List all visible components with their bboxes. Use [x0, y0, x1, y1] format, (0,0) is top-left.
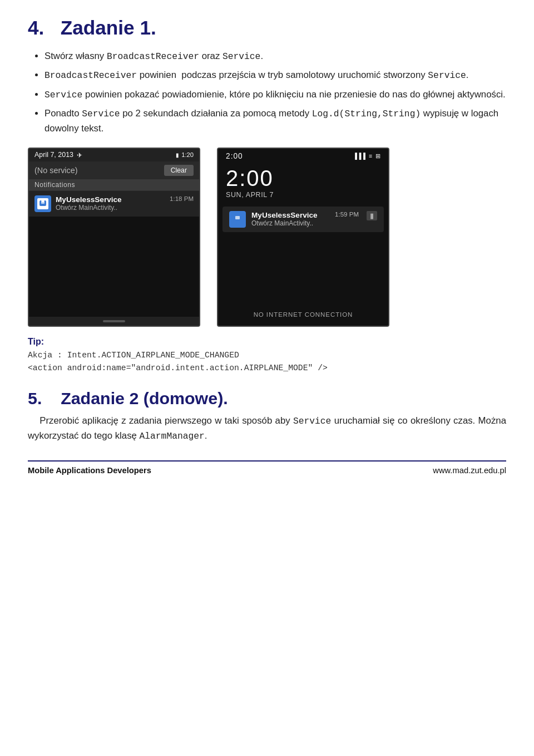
footer-left: Mobile Applications Developers [28, 466, 151, 475]
grid-icon: ⊞ [375, 153, 380, 159]
tip-code-block: Akcja : Intent.ACTION_AIRPLANE_MODE_CHAN… [28, 349, 506, 375]
android-icon-lock [232, 214, 243, 225]
list-item-3: Service powinien pokazać powiadomienie, … [44, 87, 506, 102]
svg-rect-3 [41, 201, 44, 204]
lock-notif-app-icon [229, 211, 246, 228]
status-date: April 7, 2013 ✈ [34, 151, 82, 159]
lock-status-bar: 2:00 ▐▐▐ ≡ ⊞ [218, 149, 388, 164]
no-service-bar: (No service) Clear [29, 161, 199, 179]
list-item-2: BroadcastReceiver powinien podczas przej… [44, 68, 506, 82]
section-number: 4. [28, 17, 44, 38]
lock-notif-title-1: MyUselessService [251, 211, 329, 219]
lock-date: SUN, APRIL 7 [218, 191, 388, 204]
lock-notif-close-button[interactable]: ▮ [367, 211, 377, 220]
page-footer: Mobile Applications Developers www.mad.z… [28, 460, 506, 475]
clear-button[interactable]: Clear [164, 165, 194, 176]
footer-right: www.mad.zut.edu.pl [433, 466, 506, 475]
tip-section: Tip: Akcja : Intent.ACTION_AIRPLANE_MODE… [28, 337, 506, 375]
notifications-header: Notifications [29, 179, 199, 190]
airplane-icon: ✈ [77, 151, 82, 159]
lock-black-area: NO INTERNET CONNECTION [218, 234, 388, 323]
screenshots-row: April 7, 2013 ✈ ▮ 1:20 (No service) Clea… [28, 148, 506, 327]
notif-time-1: 1:18 PM [170, 195, 194, 202]
list-item-1: Stwórz własny BroadcastReceiver oraz Ser… [44, 49, 506, 63]
signal-icon: ▐▐▐ [353, 153, 365, 159]
home-indicator-1 [103, 320, 125, 322]
section-5-container: 5. Zadanie 2 (domowe). Przerobić aplikac… [28, 389, 506, 444]
status-bar-1: April 7, 2013 ✈ ▮ 1:20 [29, 149, 199, 161]
lock-status-icons: ▐▐▐ ≡ ⊞ [353, 153, 380, 159]
section-5-heading: 5. Zadanie 2 (domowe). [28, 389, 506, 408]
notification-item-1[interactable]: MyUselessService Otwórz MainActivity.. 1… [29, 190, 199, 217]
battery-icon: ▮ [176, 152, 179, 158]
phone-bottom-bar-1 [29, 317, 199, 326]
status-time: ▮ 1:20 [176, 151, 194, 158]
lock-time-big: 2:00 [218, 164, 388, 191]
notif-title-1: MyUselessService [56, 195, 165, 204]
screenshot-notification-drawer: April 7, 2013 ✈ ▮ 1:20 (No service) Clea… [28, 148, 200, 327]
section-5-body: Przerobić aplikację z zadania pierwszego… [28, 414, 506, 444]
list-item-4: Ponadto Service po 2 sekundach działania… [44, 106, 506, 135]
section-heading: 4. Zadanie 1. [28, 17, 506, 39]
android-icon [38, 199, 47, 208]
no-service-label: (No service) [34, 166, 78, 175]
menu-icon: ≡ [369, 153, 372, 159]
section-title-text: Zadanie 1. [61, 17, 156, 38]
notif-app-icon [34, 195, 51, 212]
lock-notif-item-1[interactable]: MyUselessService Otwórz MainActivity.. 1… [222, 207, 384, 232]
lock-notif-content-1: MyUselessService Otwórz MainActivity.. [251, 211, 329, 227]
no-internet-label: NO INTERNET CONNECTION [254, 311, 353, 318]
notif-sub-1: Otwórz MainActivity.. [56, 204, 165, 212]
notif-content-1: MyUselessService Otwórz MainActivity.. [56, 195, 165, 212]
bullet-list: Stwórz własny BroadcastReceiver oraz Ser… [44, 49, 506, 135]
lock-time-small: 2:00 [226, 152, 243, 160]
lock-notif-sub-1: Otwórz MainActivity.. [251, 219, 329, 227]
screenshot-lock-screen: 2:00 ▐▐▐ ≡ ⊞ 2:00 SUN, APRIL 7 [217, 148, 389, 327]
tip-label: Tip: [28, 337, 44, 346]
phone-black-area-1 [29, 217, 199, 317]
lock-notif-time-1: 1:59 PM [335, 211, 359, 218]
svg-rect-7 [235, 216, 240, 219]
